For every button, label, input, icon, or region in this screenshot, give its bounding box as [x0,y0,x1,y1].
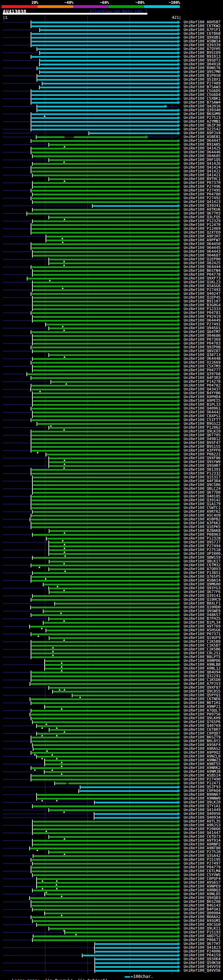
query-gap-triangle-icon [56,800,58,801]
alignment-start-tick [94,816,95,820]
query-gap-triangle-icon [63,146,66,147]
alignment-arrow-icon [178,885,180,888]
alignment-arrow-icon [178,942,180,946]
query-gap-triangle-icon [64,570,66,572]
alignment-bar [45,764,178,765]
alignment-arrow-icon [178,808,180,812]
alignment-arrow-icon [178,800,180,804]
alignment-arrow-icon [178,410,180,414]
alignment-arrow-icon [178,78,180,81]
query-gap-triangle-icon [39,566,40,568]
alignment-start-tick [48,544,49,548]
alignment-bar [50,216,178,218]
alignment-start-tick [48,258,49,261]
alignment-arrow-icon [178,892,180,896]
alignment-arrow-icon [178,843,180,846]
alignment-start-tick [30,166,31,170]
alignment-arrow-icon [178,590,180,594]
alignment-arrow-icon [178,812,180,816]
alignment-arrow-icon [178,778,180,781]
alignment-arrow-icon [178,74,180,78]
alignment-arrow-icon [178,908,180,911]
alignment-bar [32,438,178,440]
alignment-arrow-icon [178,185,180,188]
alignment-bar [32,125,178,127]
alignment-start-tick [32,889,33,892]
alignment-start-tick [30,292,31,296]
alignment-start-tick [43,621,43,625]
alignment-bar [33,155,178,157]
alignment-start-tick [48,835,49,839]
alignment-arrow-icon [178,835,180,838]
alignment-bar [34,935,178,937]
alignment-start-tick [36,885,37,889]
gap-legend: Large gaps: ▲(in Query)/- (in Subject) [3,974,107,980]
alignment-start-tick [32,919,33,923]
alignment-bar [32,419,178,421]
alignment-bar [73,695,178,696]
alignment-bar [32,91,178,92]
alignment-arrow-icon [178,112,180,116]
alignment-bar [33,186,178,188]
alignment-start-tick [46,453,47,457]
alignment-arrow-icon [178,563,180,567]
alignment-start-tick [32,908,33,912]
alignment-bar [30,519,178,520]
alignment-start-tick [30,613,31,617]
alignment-start-tick [32,873,33,877]
alignment-bar [33,557,178,558]
alignment-start-tick [30,575,31,579]
alignment-bar [32,228,178,230]
query-gap-triangle-icon [56,585,59,587]
alignment-start-tick [30,196,31,200]
alignment-arrow-icon [178,667,180,670]
alignment-bar [38,67,178,69]
alignment-start-tick [30,418,31,422]
alignment-start-tick [30,139,31,143]
query-gap-triangle-icon [62,539,64,541]
alignment-start-tick [30,97,31,101]
alignment-bar [33,289,178,291]
alignment-arrow-icon [178,127,180,131]
hit-label[interactable]: UniRef100_Q4VV56 [184,969,221,973]
alignment-arrow-icon [178,388,180,391]
alignment-arrow-icon [178,736,180,739]
query-gap-triangle-icon [45,830,47,832]
alignment-arrow-icon [178,273,180,276]
alignment-start-tick [32,280,33,284]
alignment-start-tick [37,108,37,112]
query-gap-triangle-icon [61,914,63,916]
alignment-arrow-icon [178,636,180,640]
alignment-arrow-icon [178,675,180,678]
alignment-bar [33,270,178,272]
alignment-start-tick [30,713,30,716]
alignment-arrow-icon [178,958,180,961]
alignment-arrow-icon [178,560,180,563]
query-gap-triangle-icon [55,884,58,885]
alignment-arrow-icon [178,716,180,720]
alignment-arrow-icon [178,690,180,693]
query-gap-triangle-icon [49,280,51,281]
alignment-bar [27,373,178,375]
alignment-bar [40,64,178,65]
alignment-bar [50,729,178,731]
alignment-start-tick [44,892,45,896]
alignment-start-tick [30,231,31,235]
alignment-arrow-icon [178,441,180,445]
alignment-bar [45,893,178,895]
alignment-bar [33,301,178,302]
alignment-start-tick [32,349,33,353]
query-gap-triangle-icon [63,811,65,813]
alignment-arrow-icon [178,766,180,770]
alignment-arrow-icon [178,422,180,425]
alignment-start-tick [32,273,33,277]
alignment-bar [32,614,178,616]
alignment-bar [37,924,178,926]
alignment-start-tick [32,720,33,724]
alignment-start-tick [32,391,33,395]
scale-label-40: ~40% [64,0,74,5]
alignment-bar [55,603,178,605]
alignment-start-tick [30,858,31,862]
alignment-bar [30,698,178,700]
alignment-arrow-icon [178,418,180,422]
